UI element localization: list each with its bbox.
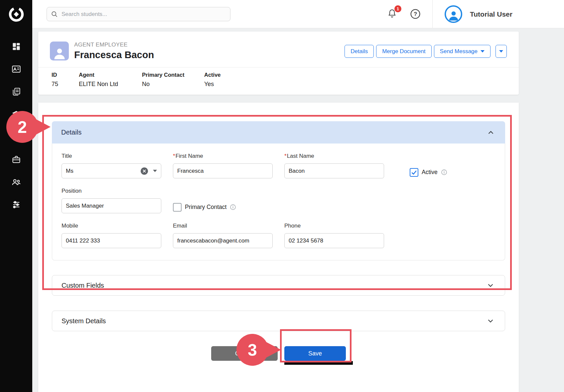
merge-document-button-label: Merge Document (382, 48, 425, 55)
title-label: Title (62, 153, 161, 159)
topbar: 1 ? Tutorial User (32, 0, 564, 28)
send-message-button-label: Send Message (440, 48, 478, 55)
position-input[interactable] (62, 198, 161, 213)
first-name-field: * First Name (173, 153, 273, 178)
active-label: Active (204, 72, 221, 78)
details-button-label: Details (351, 48, 368, 55)
sidebar (0, 0, 32, 392)
user-avatar[interactable] (445, 5, 462, 23)
help-icon: ? (410, 9, 421, 19)
primary-contact-label: Primary Contact (142, 72, 204, 78)
sidebar-item-agents[interactable] (0, 171, 32, 193)
primary-contact-checkbox-label: Primary Contact (185, 204, 226, 211)
active-checkbox[interactable] (410, 168, 418, 177)
caret-down-icon (481, 50, 485, 52)
first-name-input[interactable] (173, 163, 273, 178)
custom-fields-section-header[interactable]: Custom Fields (52, 275, 505, 296)
mobile-input[interactable] (62, 233, 161, 248)
caret-down-icon (153, 170, 157, 172)
topbar-divider (432, 0, 433, 28)
last-name-label: * Last Name (284, 153, 384, 159)
primary-contact-checkbox[interactable] (173, 203, 182, 212)
last-name-input[interactable] (284, 163, 384, 178)
entity-type-label: AGENT EMPLOYEE (74, 42, 154, 48)
merge-document-button[interactable]: Merge Document (376, 45, 431, 58)
position-label: Position (62, 188, 161, 194)
dashboard-icon (12, 42, 21, 51)
primary-contact-value: No (142, 81, 204, 88)
sidebar-item-settings[interactable] (0, 193, 32, 216)
details-section: Details Title Ms (52, 121, 505, 260)
agent-link[interactable]: ELITE Non Ltd (79, 81, 142, 88)
search-box (47, 7, 230, 21)
system-details-section-header[interactable]: System Details (52, 311, 505, 331)
briefcase-icon (12, 155, 21, 164)
entity-header-card: AGENT EMPLOYEE Francesca Bacon Details M… (38, 32, 519, 95)
form-card: Details Title Ms (38, 103, 519, 392)
entity-avatar (50, 42, 69, 60)
sidebar-item-students[interactable] (0, 103, 32, 126)
active-checkbox-label: Active (422, 169, 438, 176)
person-icon (52, 46, 67, 60)
mobile-label: Mobile (62, 223, 161, 229)
search-icon (51, 11, 58, 18)
title-select[interactable]: Ms (62, 163, 161, 178)
caret-down-icon (499, 50, 503, 52)
sidebar-item-contacts[interactable] (0, 58, 32, 80)
title-select-value: Ms (66, 168, 140, 174)
details-section-header[interactable]: Details (52, 121, 505, 144)
required-marker: * (173, 153, 175, 159)
details-section-title: Details (61, 129, 81, 136)
send-message-button[interactable]: Send Message (434, 45, 491, 58)
title-field: Title Ms (62, 153, 161, 178)
last-name-field: * Last Name (284, 153, 384, 178)
cancel-button[interactable]: Cancel (211, 346, 278, 361)
tune-sliders-icon (12, 200, 21, 209)
documents-icon (12, 87, 21, 96)
sidebar-item-documents[interactable] (0, 80, 32, 103)
active-checkbox-block: Active (410, 153, 447, 178)
people-icon (11, 177, 21, 187)
notifications-button[interactable]: 1 (387, 8, 399, 20)
email-field: Email (173, 223, 273, 248)
id-value: 75 (52, 81, 79, 88)
info-icon (441, 169, 447, 175)
archive-box-icon (12, 132, 21, 142)
page-title: Francesca Bacon (74, 49, 154, 60)
agent-label: Agent (79, 72, 142, 78)
active-value: Yes (204, 81, 221, 88)
email-label: Email (173, 223, 273, 229)
phone-field: Phone (284, 223, 384, 248)
phone-label: Phone (284, 223, 384, 229)
custom-fields-section-title: Custom Fields (62, 282, 104, 289)
search-input[interactable] (62, 11, 226, 18)
app-logo-icon (8, 6, 25, 23)
mobile-field: Mobile (62, 223, 161, 248)
system-details-section-title: System Details (62, 317, 106, 325)
email-input[interactable] (173, 233, 273, 248)
contact-card-icon (12, 64, 21, 74)
details-button[interactable]: Details (345, 45, 374, 58)
id-label: ID (52, 72, 79, 78)
notification-badge: 1 (394, 5, 401, 12)
graduation-cap-icon (11, 109, 21, 119)
required-marker: * (284, 153, 287, 159)
sidebar-item-dashboard[interactable] (0, 35, 32, 58)
svg-text:?: ? (414, 11, 417, 17)
sidebar-item-services[interactable] (0, 148, 32, 171)
chevron-up-icon (487, 128, 495, 137)
check-icon (411, 169, 417, 176)
more-actions-button[interactable] (495, 45, 507, 58)
chevron-down-icon (486, 317, 495, 325)
clear-icon[interactable] (140, 167, 148, 175)
position-field: Position (62, 188, 161, 213)
user-name[interactable]: Tutorial User (470, 0, 512, 28)
person-icon (447, 9, 460, 22)
primary-contact-checkbox-block: Primary Contact (173, 188, 236, 213)
phone-input[interactable] (284, 233, 384, 248)
save-button[interactable]: Save (284, 346, 346, 361)
chevron-down-icon (486, 281, 495, 290)
help-button[interactable]: ? (410, 9, 421, 19)
sidebar-item-courses[interactable] (0, 126, 32, 148)
app-logo[interactable] (0, 0, 32, 28)
